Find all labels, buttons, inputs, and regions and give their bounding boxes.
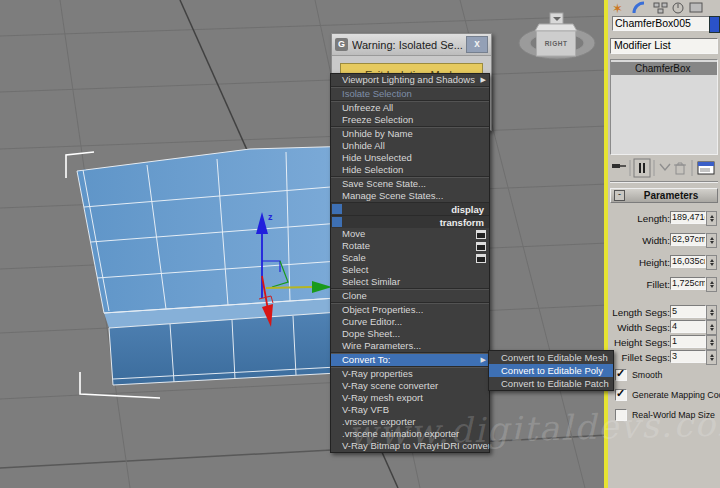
spinner-up-icon[interactable] (710, 307, 714, 312)
menu-item-convert-to-editable-poly[interactable]: Convert to Editable Poly (489, 364, 613, 377)
param-input-height[interactable]: 16,035cm (670, 255, 706, 268)
menu-item-convert-to[interactable]: Convert To:▶ (331, 354, 489, 366)
spinner-up-icon[interactable] (710, 279, 714, 284)
tab-modify-icon[interactable] (634, 3, 644, 13)
param-input-height-segs[interactable]: 1 (670, 335, 706, 348)
menu-item-clone[interactable]: Clone (331, 290, 489, 302)
param-row-height: Height:16,035cm (610, 255, 718, 269)
spinner-length-segs[interactable] (706, 305, 717, 320)
checkbox-generate-mapping-coords[interactable] (615, 389, 627, 401)
menu-item-hide-selection[interactable]: Hide Selection (331, 164, 489, 176)
menu-item-v-ray-properties[interactable]: V-Ray properties (331, 368, 489, 380)
parameters-rollout-header[interactable]: - Parameters (610, 188, 718, 203)
settings-box-icon[interactable] (476, 242, 486, 251)
checkbox-smooth[interactable] (615, 369, 627, 381)
menu-item-unhide-by-name[interactable]: Unhide by Name (331, 128, 489, 140)
menu-item-wire-parameters[interactable]: Wire Parameters... (331, 340, 489, 352)
spinner-up-icon[interactable] (710, 235, 714, 240)
modifier-list-dropdown[interactable]: Modifier List (610, 38, 718, 54)
menu-item-label: .vrscene exporter (342, 416, 415, 427)
menu-item-freeze-selection[interactable]: Freeze Selection (331, 114, 489, 126)
menu-item-vrscene-animation-exporter[interactable]: .vrscene animation exporter (331, 428, 489, 440)
menu-item-move[interactable]: Move (331, 228, 489, 240)
spinner-down-icon[interactable] (710, 219, 714, 224)
menu-item-manage-scene-states[interactable]: Manage Scene States... (331, 190, 489, 202)
rollout-collapse-icon[interactable]: - (614, 190, 625, 201)
tab-hierarchy-icon[interactable] (654, 3, 667, 13)
spinner-up-icon[interactable] (710, 352, 714, 357)
menu-item-label: V-Ray VFB (342, 404, 389, 415)
menu-item-unfreeze-all[interactable]: Unfreeze All (331, 102, 489, 114)
menu-item-rotate[interactable]: Rotate (331, 240, 489, 252)
spinner-height-segs[interactable] (706, 335, 717, 350)
show-end-result-icon[interactable] (634, 159, 650, 177)
spinner-down-icon[interactable] (710, 263, 714, 268)
menu-item-v-ray-mesh-export[interactable]: V-Ray mesh export (331, 392, 489, 404)
spinner-up-icon[interactable] (710, 213, 714, 218)
object-color-swatch[interactable] (709, 16, 720, 33)
spinner-down-icon[interactable] (710, 285, 714, 290)
checkbox-real-world-map-size[interactable] (615, 409, 627, 421)
dialog-titlebar[interactable]: Warning: Isolated Se... x (332, 34, 491, 56)
spinner-down-icon[interactable] (710, 328, 714, 333)
spinner-down-icon[interactable] (710, 313, 714, 318)
settings-box-icon[interactable] (476, 254, 486, 263)
spinner-down-icon[interactable] (710, 241, 714, 246)
menu-item-dope-sheet[interactable]: Dope Sheet... (331, 328, 489, 340)
chamferbox-object[interactable] (66, 146, 357, 398)
param-input-length[interactable]: 189,471cm (670, 211, 706, 224)
menu-item-hide-unselected[interactable]: Hide Unselected (331, 152, 489, 164)
menu-item-scale[interactable]: Scale (331, 252, 489, 264)
spinner-up-icon[interactable] (710, 322, 714, 327)
settings-box-icon[interactable] (476, 230, 486, 239)
viewcube-face-label[interactable]: RIGHT (545, 40, 568, 47)
param-input-width-segs[interactable]: 4 (670, 320, 706, 333)
menu-item-v-ray-bitmap-to-vrayhdri-converter[interactable]: V-Ray Bitmap to VRayHDRI converter (331, 440, 489, 452)
menu-item-vrscene-exporter[interactable]: .vrscene exporter (331, 416, 489, 428)
spinner-height[interactable] (706, 255, 717, 270)
param-input-fillet[interactable]: 1,725cm (670, 277, 706, 290)
spinner-fillet[interactable] (706, 277, 717, 292)
stack-item-chamferbox[interactable]: ChamferBox (611, 62, 717, 75)
menu-item-convert-to-editable-mesh[interactable]: Convert to Editable Mesh (489, 351, 613, 364)
param-input-width[interactable]: 62,97cm (670, 233, 706, 246)
tab-motion-icon[interactable] (673, 3, 683, 13)
menu-item-label: V-Ray properties (342, 368, 413, 379)
tab-display-icon[interactable] (690, 3, 702, 12)
object-name-field[interactable]: ChamferBox005 (612, 16, 714, 31)
param-input-length-segs[interactable]: 5 (670, 305, 706, 318)
menu-item-label: Freeze Selection (342, 114, 413, 125)
spinner-up-icon[interactable] (710, 337, 714, 342)
menu-item-viewport-lighting-and-shadows[interactable]: Viewport Lighting and Shadows▶ (331, 74, 489, 86)
spinner-fillet-segs[interactable] (706, 350, 717, 365)
tab-create-icon[interactable]: ✶ (612, 1, 623, 14)
spinner-down-icon[interactable] (710, 358, 714, 363)
make-unique-icon[interactable] (660, 164, 670, 170)
pin-stack-icon[interactable] (612, 164, 626, 168)
spinner-width[interactable] (706, 233, 717, 248)
configure-modifier-sets-icon[interactable] (698, 162, 714, 174)
menu-item-save-scene-state[interactable]: Save Scene State... (331, 178, 489, 190)
menu-item-select[interactable]: Select (331, 264, 489, 276)
menu-item-object-properties[interactable]: Object Properties... (331, 304, 489, 316)
remove-modifier-icon[interactable] (674, 163, 686, 174)
viewcube[interactable]: RIGHT (519, 13, 595, 59)
close-icon[interactable]: x (466, 36, 488, 53)
menu-item-select-similar[interactable]: Select Similar (331, 276, 489, 288)
menu-item-unhide-all[interactable]: Unhide All (331, 140, 489, 152)
menu-item-curve-editor[interactable]: Curve Editor... (331, 316, 489, 328)
submenu-arrow-icon: ▶ (481, 354, 486, 366)
param-input-fillet-segs[interactable]: 3 (670, 350, 706, 363)
viewport[interactable]: z RIGHT (0, 0, 608, 488)
spinner-down-icon[interactable] (710, 343, 714, 348)
spinner-width-segs[interactable] (706, 320, 717, 335)
panel-divider (610, 181, 718, 183)
checkbox-row-real-world-map-size: Real-World Map Size (610, 408, 718, 421)
spinner-length[interactable] (706, 211, 717, 226)
menu-item-convert-to-editable-patch[interactable]: Convert to Editable Patch (489, 377, 613, 390)
active-viewport-border (604, 0, 608, 488)
spinner-up-icon[interactable] (710, 257, 714, 262)
menu-item-v-ray-vfb[interactable]: V-Ray VFB (331, 404, 489, 416)
menu-item-v-ray-scene-converter[interactable]: V-Ray scene converter (331, 380, 489, 392)
menu-item-isolate-selection[interactable]: Isolate Selection (331, 88, 489, 100)
